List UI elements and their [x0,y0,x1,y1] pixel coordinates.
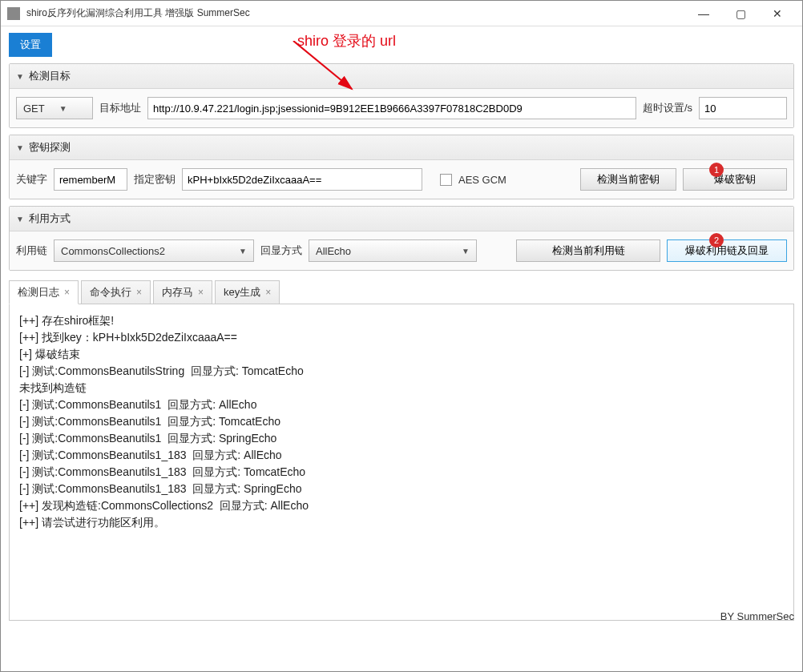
detect-key-button[interactable]: 检测当前密钥 [580,168,676,191]
maximize-button[interactable]: ▢ [722,2,759,26]
echo-label: 回显方式 [260,243,302,258]
timeout-label: 超时设置/s [643,101,692,115]
echo-select[interactable]: AllEcho ▼ [309,239,477,262]
close-icon[interactable]: × [136,287,142,298]
panel-target-header[interactable]: ▼ 检测目标 [10,64,793,89]
url-label: 目标地址 [99,101,141,115]
panel-key-body: 关键字 指定密钥 AES GCM 检测当前密钥 爆破密钥 [10,160,793,199]
panel-target: ▼ 检测目标 GET ▼ 目标地址 超时设置/s [9,63,794,128]
specify-key-label: 指定密钥 [134,172,176,187]
aes-gcm-checkbox[interactable] [440,174,452,186]
close-icon[interactable]: × [265,287,271,298]
brute-chain-button[interactable]: 爆破利用链及回显 [667,239,787,262]
chain-select[interactable]: CommonsCollections2 ▼ [54,239,254,262]
tab-cmd[interactable]: 命令执行× [81,280,151,304]
brute-key-button[interactable]: 爆破密钥 [683,168,787,191]
window-title: shiro反序列化漏洞综合利用工具 增强版 SummerSec [26,6,685,20]
panel-target-title: 检测目标 [29,69,71,83]
minimize-button[interactable]: — [685,2,722,26]
panel-exploit: ▼ 利用方式 利用链 CommonsCollections2 ▼ 回显方式 Al… [9,206,794,271]
titlebar: shiro反序列化漏洞综合利用工具 增强版 SummerSec — ▢ ✕ [1,1,802,26]
panel-key: ▼ 密钥探测 关键字 指定密钥 AES GCM 检测当前密钥 爆破密钥 [9,135,794,199]
tab-keygen[interactable]: key生成× [215,280,280,304]
app-window: shiro反序列化漏洞综合利用工具 增强版 SummerSec — ▢ ✕ 设置… [0,0,803,672]
caret-down-icon: ▼ [239,247,247,256]
log-output[interactable]: [++] 存在shiro框架! [++] 找到key：kPH+bIxk5D2de… [9,304,794,621]
chevron-down-icon: ▼ [16,215,24,223]
echo-value: AllEcho [316,245,351,257]
panel-exploit-body: 利用链 CommonsCollections2 ▼ 回显方式 AllEcho ▼… [10,231,793,270]
close-button[interactable]: ✕ [759,2,796,26]
footer-credit: BY SummerSec [720,610,794,622]
app-icon [7,7,20,20]
tab-label: key生成 [224,285,260,300]
close-icon[interactable]: × [198,287,204,298]
panel-key-title: 密钥探测 [29,140,71,155]
panel-target-body: GET ▼ 目标地址 超时设置/s [10,89,793,127]
settings-button[interactable]: 设置 [9,33,52,57]
timeout-input[interactable] [699,97,787,119]
panel-key-header[interactable]: ▼ 密钥探测 [10,135,793,160]
http-method-select[interactable]: GET ▼ [16,97,93,119]
detect-chain-button[interactable]: 检测当前利用链 [516,239,660,262]
panel-exploit-title: 利用方式 [29,211,71,226]
tab-memshell[interactable]: 内存马× [153,280,212,304]
tab-label: 内存马 [162,285,193,300]
tab-label: 命令执行 [90,285,131,300]
aes-gcm-label: AES GCM [458,174,506,186]
chevron-down-icon: ▼ [16,143,24,152]
keyword-label: 关键字 [16,172,47,187]
chain-label: 利用链 [16,243,47,258]
chain-value: CommonsCollections2 [61,245,165,257]
annotation-text: shiro 登录的 url [297,31,396,50]
close-icon[interactable]: × [64,287,70,298]
caret-down-icon: ▼ [59,104,67,113]
http-method-value: GET [23,103,45,115]
keyword-input[interactable] [54,168,127,191]
caret-down-icon: ▼ [462,247,470,256]
key-input[interactable] [182,168,422,191]
content-body: 设置 shiro 登录的 url ▼ 检测目标 GET ▼ 目标地址 超时设置/… [1,26,802,626]
tab-label: 检测日志 [18,285,59,300]
chevron-down-icon: ▼ [16,72,24,81]
url-input[interactable] [147,97,636,119]
tabs: 检测日志× 命令执行× 内存马× key生成× [9,280,794,304]
panel-exploit-header[interactable]: ▼ 利用方式 [10,207,793,231]
tab-log[interactable]: 检测日志× [9,280,79,304]
